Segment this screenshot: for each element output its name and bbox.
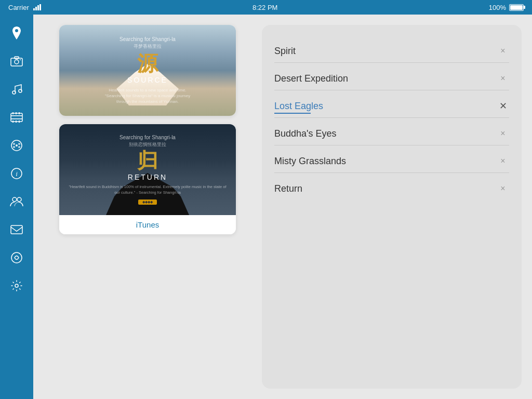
main-layout: i: [0, 15, 532, 399]
album-title-en-1: SOURCE: [127, 76, 168, 84]
track-name-6: Return: [274, 183, 302, 194]
content-area: Searching for Shangri-la 寻梦香格里拉 源 SOURCE…: [33, 15, 532, 399]
svg-rect-12: [11, 118, 22, 119]
album-chinese-2: 别依恋惆怅格里拉: [129, 141, 166, 148]
album-card-1[interactable]: Searching for Shangri-la 寻梦香格里拉 源 SOURCE…: [59, 25, 236, 116]
sidebar-icon-film[interactable]: [6, 107, 27, 128]
svg-rect-18: [19, 121, 20, 123]
track-name-3: Lost Eagles: [274, 101, 323, 111]
svg-point-30: [11, 252, 22, 263]
track-close-2[interactable]: ×: [497, 72, 509, 85]
album-card-2[interactable]: Searching for Shangri-la 别依恋惆怅格里拉 归 RETU…: [59, 124, 236, 234]
sidebar-icon-location[interactable]: [6, 23, 27, 44]
battery-icon: [509, 4, 524, 11]
track-item-2[interactable]: Desert Expedition ×: [274, 65, 509, 90]
svg-point-21: [18, 143, 20, 145]
svg-rect-6: [15, 57, 19, 59]
track-close-3[interactable]: ✕: [497, 100, 509, 112]
svg-rect-13: [12, 112, 14, 114]
svg-point-23: [18, 146, 20, 148]
sidebar-icon-camera[interactable]: [6, 51, 27, 72]
album-overlay-1: Searching for Shangri-la 寻梦香格里拉 源 SOURCE…: [59, 25, 236, 116]
svg-text:i: i: [16, 170, 18, 178]
svg-rect-3: [39, 4, 41, 10]
svg-rect-1: [35, 7, 37, 10]
album-char-1: 源: [137, 53, 158, 74]
svg-point-31: [15, 284, 18, 287]
svg-point-20: [13, 143, 15, 145]
svg-rect-2: [37, 5, 39, 10]
carrier-label: Carrier: [8, 4, 29, 11]
album-chinese-1: 寻梦香格里拉: [134, 43, 162, 50]
svg-point-7: [20, 59, 21, 60]
album-image-2: Searching for Shangri-la 别依恋惆怅格里拉 归 RETU…: [59, 124, 236, 215]
sidebar-icon-store[interactable]: [6, 247, 27, 268]
sidebar-icon-mail[interactable]: [6, 219, 27, 240]
track-close-4[interactable]: ×: [497, 127, 509, 140]
track-item-1[interactable]: Spirit ×: [274, 37, 509, 63]
sidebar-icon-info[interactable]: i: [6, 163, 27, 184]
sidebar: i: [0, 15, 33, 399]
track-item-5[interactable]: Misty Grasslands ×: [274, 148, 509, 173]
status-left: Carrier: [8, 4, 42, 11]
track-name-5: Misty Grasslands: [274, 156, 346, 167]
track-close-6[interactable]: ×: [497, 182, 509, 195]
track-item-6[interactable]: Return ×: [274, 175, 509, 200]
sidebar-icon-people[interactable]: [6, 191, 27, 212]
svg-point-5: [15, 60, 19, 64]
svg-rect-15: [19, 112, 20, 114]
album-desc-2: "Heartfelt sound in Buddhism is 100% of …: [68, 184, 228, 195]
albums-panel: Searching for Shangri-la 寻梦香格里拉 源 SOURCE…: [44, 25, 251, 389]
svg-rect-0: [33, 8, 35, 10]
album-desc-1: Heartfelt sounds to a new space and time…: [105, 87, 190, 105]
album-overlay-2: Searching for Shangri-la 别依恋惆怅格里拉 归 RETU…: [59, 124, 236, 215]
track-close-1[interactable]: ×: [497, 45, 509, 57]
svg-point-27: [12, 197, 17, 202]
svg-rect-11: [11, 115, 22, 116]
album-logo-2: ◆◆◆◆: [138, 200, 157, 205]
status-bar: Carrier 8:22 PM 100%: [0, 0, 532, 15]
sidebar-icon-music[interactable]: [6, 79, 27, 100]
itunes-link[interactable]: iTunes: [64, 220, 231, 229]
album-image-1: Searching for Shangri-la 寻梦香格里拉 源 SOURCE…: [59, 25, 236, 116]
svg-point-22: [13, 146, 15, 148]
track-item-4[interactable]: Buddha's Eyes ×: [274, 120, 509, 145]
status-right: 100%: [489, 4, 524, 11]
svg-rect-16: [12, 121, 14, 123]
album-title-en-2: RETURN: [128, 173, 167, 181]
album-footer: iTunes: [59, 215, 236, 234]
svg-rect-10: [11, 113, 22, 122]
svg-rect-14: [16, 112, 17, 114]
track-close-5[interactable]: ×: [497, 155, 509, 167]
track-name-2: Desert Expedition: [274, 73, 348, 84]
svg-point-24: [16, 144, 18, 147]
album-search-label-1: Searching for Shangri-la: [119, 36, 176, 42]
wifi-signal-icon: [33, 4, 42, 10]
track-name-1: Spirit: [274, 46, 296, 57]
album-char-2: 归: [137, 150, 158, 171]
track-item-3[interactable]: Lost Eagles ✕: [274, 92, 509, 118]
album-search-label-2: Searching for Shangri-la: [119, 135, 176, 140]
svg-rect-29: [11, 225, 22, 234]
battery-percent: 100%: [489, 4, 506, 11]
track-name-4: Buddha's Eyes: [274, 128, 337, 139]
sidebar-icon-settings[interactable]: [6, 275, 27, 296]
svg-rect-17: [16, 121, 17, 123]
svg-point-28: [17, 197, 21, 202]
tracks-panel: Spirit × Desert Expedition × Lost Eagles…: [262, 25, 522, 389]
time-display: 8:22 PM: [252, 4, 277, 11]
sidebar-icon-grid[interactable]: [6, 135, 27, 156]
